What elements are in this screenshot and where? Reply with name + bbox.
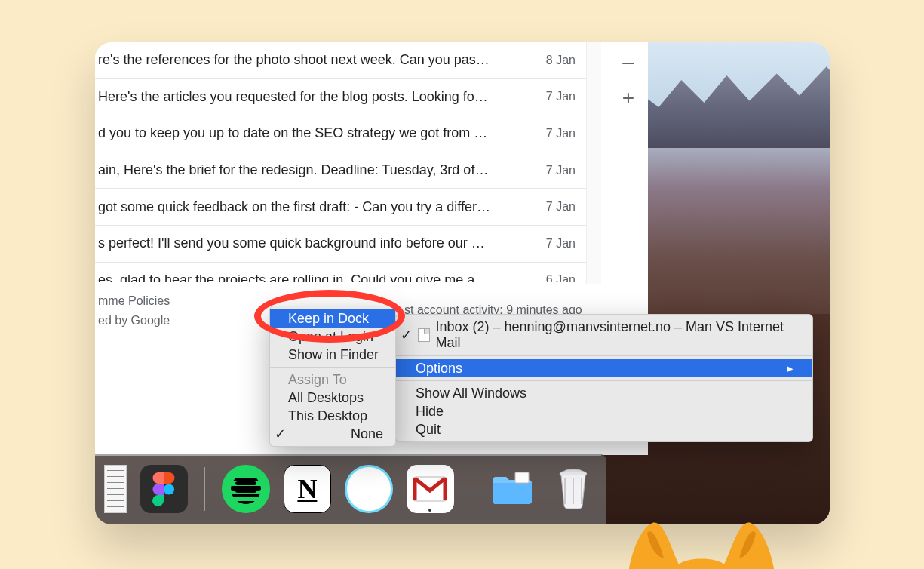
email-row[interactable]: s perfect! I'll send you some quick back… xyxy=(95,226,586,263)
email-date: 7 Jan xyxy=(546,164,576,177)
menu-all-desktops-label: All Desktops xyxy=(288,390,364,406)
menu-show-all-label: Show All Windows xyxy=(416,386,526,401)
zoom-in-button[interactable]: + xyxy=(609,86,648,109)
dock-separator xyxy=(471,467,471,511)
dock-running-indicator xyxy=(428,509,431,512)
zoom-controls: – + xyxy=(609,42,648,109)
email-date: 7 Jan xyxy=(546,200,576,214)
menu-hide-label: Hide xyxy=(416,404,444,420)
menu-separator xyxy=(270,367,395,368)
figma-icon xyxy=(152,472,175,506)
menu-open-at-login-label: Open at Login xyxy=(288,329,373,345)
menu-all-desktops[interactable]: All Desktops xyxy=(270,389,395,407)
email-date: 7 Jan xyxy=(546,127,576,140)
dock: N xyxy=(95,454,606,524)
menu-quit-label: Quit xyxy=(416,422,441,438)
menu-none[interactable]: None xyxy=(270,425,395,443)
wallpaper-mountains xyxy=(618,57,830,148)
email-row[interactable]: ain, Here's the brief for the redesign. … xyxy=(95,152,586,189)
menu-assign-to-header: Assign To xyxy=(270,371,395,389)
svg-rect-2 xyxy=(515,472,529,483)
dock-folder-downloads[interactable] xyxy=(488,465,536,513)
menu-window-item[interactable]: ✓ Inbox (2) – henning@manvsinternet.no –… xyxy=(396,318,812,352)
options-submenu: Keep in Dock Open at Login Show in Finde… xyxy=(269,306,396,447)
trash-icon xyxy=(556,468,591,510)
email-row[interactable]: got some quick feedback on the first dra… xyxy=(95,189,586,226)
email-subject: s perfect! I'll send you some quick back… xyxy=(98,235,490,251)
dock-app-textedit[interactable] xyxy=(104,465,127,513)
menu-separator xyxy=(396,380,812,381)
menu-keep-in-dock-label: Keep in Dock xyxy=(288,311,369,327)
email-row[interactable]: Here's the articles you requested for th… xyxy=(95,79,586,116)
menu-this-desktop[interactable]: This Desktop xyxy=(270,407,395,425)
email-subject: got some quick feedback on the first dra… xyxy=(98,199,490,215)
menu-separator xyxy=(396,355,812,356)
email-subject: d you to keep you up to date on the SEO … xyxy=(98,125,490,141)
email-list: re's the references for the photo shoot … xyxy=(95,42,586,299)
decorative-cat-ears xyxy=(611,512,792,569)
menu-none-label: None xyxy=(351,426,383,442)
email-date: 8 Jan xyxy=(546,54,576,67)
dock-context-menu: ✓ Inbox (2) – henning@manvsinternet.no –… xyxy=(395,314,813,442)
dock-app-notion[interactable]: N xyxy=(284,465,331,513)
menu-keep-in-dock[interactable]: Keep in Dock xyxy=(270,309,395,328)
menu-options[interactable]: Options xyxy=(396,359,812,377)
email-subject: ain, Here's the brief for the redesign. … xyxy=(98,162,490,178)
menu-quit[interactable]: Quit xyxy=(396,420,812,438)
dock-trash[interactable] xyxy=(550,465,597,513)
menu-show-all-windows[interactable]: Show All Windows xyxy=(396,384,812,402)
menu-open-at-login[interactable]: Open at Login xyxy=(270,328,395,346)
notion-icon: N xyxy=(297,473,317,505)
document-icon xyxy=(418,328,430,342)
menu-show-in-finder[interactable]: Show in Finder xyxy=(270,346,395,364)
screenshot-window: re's the references for the photo shoot … xyxy=(95,42,830,524)
scrollbar-track[interactable] xyxy=(586,42,601,284)
email-row[interactable]: d you to keep you up to date on the SEO … xyxy=(95,115,586,152)
email-subject: Here's the articles you requested for th… xyxy=(98,89,490,105)
svg-point-0 xyxy=(164,484,174,494)
zoom-out-button[interactable]: – xyxy=(609,50,648,65)
menu-assign-to-label: Assign To xyxy=(288,372,347,388)
email-subject: re's the references for the photo shoot … xyxy=(98,52,490,68)
email-date: 7 Jan xyxy=(546,237,576,251)
email-date: 7 Jan xyxy=(546,90,576,103)
dock-app-gmail[interactable] xyxy=(407,465,454,513)
dock-app-figma[interactable] xyxy=(140,465,188,513)
folder-icon xyxy=(490,471,535,507)
dock-app-generic[interactable] xyxy=(345,465,393,513)
gmail-icon xyxy=(412,475,448,503)
checkmark-icon: ✓ xyxy=(401,327,412,343)
dock-separator xyxy=(204,467,205,511)
menu-this-desktop-label: This Desktop xyxy=(288,408,367,424)
menu-options-label: Options xyxy=(416,361,462,377)
menu-hide[interactable]: Hide xyxy=(396,402,812,420)
menu-window-title: Inbox (2) – henning@manvsinternet.no – M… xyxy=(436,319,800,351)
email-row[interactable]: re's the references for the photo shoot … xyxy=(95,42,586,79)
dock-app-spotify[interactable] xyxy=(222,465,269,513)
menu-show-in-finder-label: Show in Finder xyxy=(288,347,379,363)
